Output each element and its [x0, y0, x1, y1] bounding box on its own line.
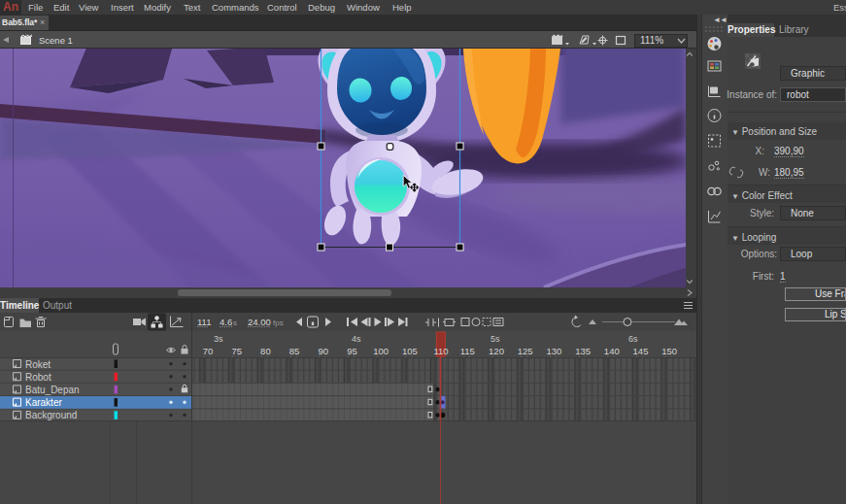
- svg-text:105: 105: [402, 346, 418, 356]
- svg-text:6s: 6s: [628, 334, 638, 344]
- svg-text:Background: Background: [25, 410, 77, 420]
- svg-text:110: 110: [433, 346, 448, 356]
- svg-text:fps: fps: [273, 319, 284, 327]
- svg-text:95: 95: [347, 346, 357, 356]
- svg-text:100: 100: [373, 346, 389, 356]
- svg-text:120: 120: [489, 346, 504, 356]
- svg-text:24.00: 24.00: [248, 317, 271, 327]
- svg-text:Robot: Robot: [25, 372, 51, 383]
- svg-text:90: 90: [319, 346, 329, 356]
- svg-text:130: 130: [546, 346, 561, 356]
- svg-text:85: 85: [289, 346, 300, 356]
- svg-text:4s: 4s: [352, 334, 361, 344]
- svg-text:Karakter: Karakter: [25, 397, 62, 408]
- svg-text:135: 135: [575, 346, 591, 356]
- svg-text:150: 150: [661, 346, 677, 356]
- svg-text:70: 70: [203, 346, 214, 356]
- svg-text:115: 115: [460, 346, 475, 356]
- svg-text:75: 75: [231, 346, 242, 356]
- svg-text:125: 125: [518, 346, 533, 356]
- svg-text:5s: 5s: [491, 334, 500, 344]
- svg-text:Roket: Roket: [25, 359, 51, 370]
- svg-text:140: 140: [604, 346, 620, 356]
- svg-text:111%: 111%: [640, 35, 663, 46]
- svg-text:s: s: [233, 319, 237, 327]
- svg-text:4.6: 4.6: [220, 317, 232, 327]
- svg-text:111: 111: [197, 317, 211, 327]
- svg-text:Batu_Depan: Batu_Depan: [25, 385, 80, 395]
- svg-text:145: 145: [633, 346, 649, 356]
- svg-text:3s: 3s: [214, 334, 223, 344]
- svg-text:80: 80: [260, 346, 271, 356]
- svg-text:Scene 1: Scene 1: [39, 35, 73, 46]
